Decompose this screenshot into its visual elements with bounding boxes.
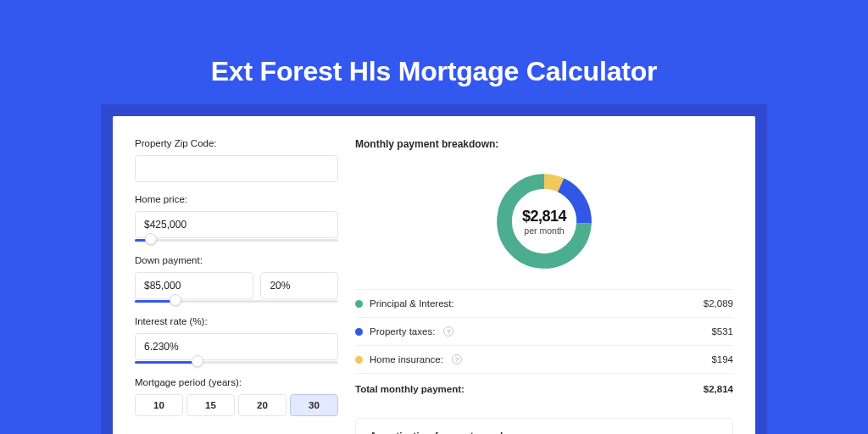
legend-row: Home insurance:?$194 — [355, 346, 733, 374]
zip-input[interactable] — [135, 155, 338, 182]
down-payment-label: Down payment: — [135, 255, 338, 265]
down-payment-pct-input[interactable] — [260, 272, 338, 299]
legend-left: Home insurance:? — [355, 354, 462, 364]
period-button-10[interactable]: 10 — [135, 394, 183, 416]
legend-left: Principal & Interest: — [355, 298, 454, 309]
legend-total-row: Total monthly payment: $2,814 — [355, 374, 733, 399]
legend-dot-icon — [355, 328, 363, 336]
interest-label: Interest rate (%): — [135, 316, 338, 326]
legend-label: Property taxes: — [370, 326, 435, 337]
legend-value: $531 — [711, 326, 733, 337]
interest-input[interactable] — [135, 333, 338, 360]
period-button-15[interactable]: 15 — [186, 394, 235, 416]
amortization-heading: Amortization for mortgage loan — [370, 431, 719, 434]
page-root: Ext Forest Hls Mortgage Calculator Prope… — [0, 0, 868, 434]
info-icon[interactable]: ? — [443, 326, 453, 337]
legend-dot-icon — [355, 300, 363, 308]
field-interest: Interest rate (%): — [135, 316, 338, 365]
calculator-card: Property Zip Code: Home price: Down paym… — [113, 116, 755, 434]
slider-track — [135, 239, 338, 242]
payment-donut-chart: $2,814 per month — [492, 169, 597, 274]
donut-amount: $2,814 — [522, 208, 566, 225]
legend-label: Home insurance: — [370, 354, 443, 364]
legend-row: Principal & Interest:$2,089 — [355, 290, 733, 318]
period-button-30[interactable]: 30 — [290, 394, 338, 416]
total-label: Total monthly payment: — [355, 384, 465, 394]
legend: Principal & Interest:$2,089Property taxe… — [355, 289, 733, 374]
legend-value: $194 — [711, 354, 733, 364]
field-home-price: Home price: — [135, 194, 338, 243]
field-zip: Property Zip Code: — [135, 138, 338, 182]
down-payment-row — [135, 272, 338, 299]
legend-label: Principal & Interest: — [370, 298, 454, 309]
card-band: Property Zip Code: Home price: Down paym… — [101, 104, 767, 434]
field-period: Mortgage period (years): 10152030 — [135, 377, 338, 416]
legend-left: Property taxes:? — [355, 326, 453, 337]
form-column: Property Zip Code: Home price: Down paym… — [135, 138, 338, 434]
down-payment-slider[interactable] — [135, 298, 338, 304]
donut-center: $2,814 per month — [492, 169, 597, 274]
breakdown-heading: Monthly payment breakdown: — [355, 138, 733, 150]
home-price-slider[interactable] — [135, 236, 338, 243]
slider-thumb[interactable] — [170, 294, 181, 306]
field-down-payment: Down payment: — [135, 255, 338, 304]
home-price-label: Home price: — [135, 194, 338, 204]
breakdown-column: Monthly payment breakdown: $2,814 per mo… — [355, 138, 733, 434]
total-value: $2,814 — [704, 384, 733, 394]
period-label: Mortgage period (years): — [135, 377, 338, 387]
slider-thumb[interactable] — [192, 355, 203, 367]
donut-area: $2,814 per month — [355, 164, 733, 289]
slider-thumb[interactable] — [145, 233, 157, 245]
slider-fill — [135, 361, 198, 364]
donut-sub: per month — [524, 225, 564, 236]
down-payment-input[interactable] — [135, 272, 253, 299]
legend-value: $2,089 — [704, 298, 733, 309]
legend-row: Property taxes:?$531 — [355, 318, 733, 346]
page-title: Ext Forest Hls Mortgage Calculator — [0, 0, 868, 104]
legend-dot-icon — [355, 356, 363, 364]
zip-label: Property Zip Code: — [135, 138, 338, 148]
period-button-row: 10152030 — [135, 394, 338, 416]
home-price-input[interactable] — [135, 211, 338, 238]
interest-slider[interactable] — [135, 359, 338, 365]
amortization-card: Amortization for mortgage loan Amortizat… — [355, 418, 733, 434]
period-button-20[interactable]: 20 — [238, 394, 287, 416]
info-icon[interactable]: ? — [452, 354, 462, 364]
